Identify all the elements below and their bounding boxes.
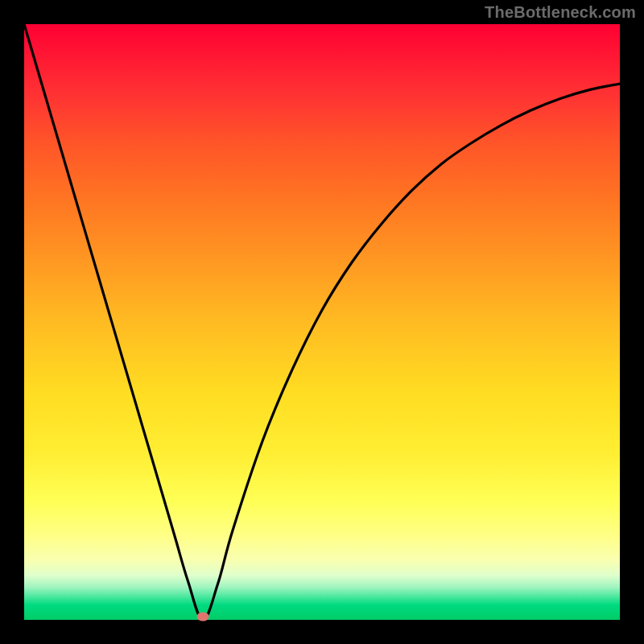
bottleneck-curve — [24, 24, 620, 620]
optimum-marker — [197, 613, 209, 621]
watermark-text: TheBottleneck.com — [485, 3, 636, 22]
chart-frame: TheBottleneck.com — [0, 0, 644, 644]
curve-svg — [24, 24, 620, 620]
plot-area — [24, 24, 620, 620]
